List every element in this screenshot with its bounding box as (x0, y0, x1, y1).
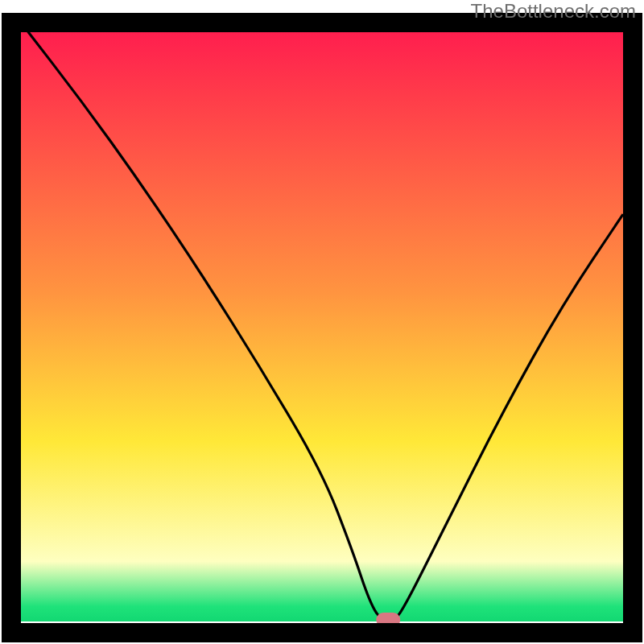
plot-background (21, 23, 623, 621)
attribution-text: TheBottleneck.com (471, 0, 636, 23)
bottleneck-chart (0, 0, 644, 644)
chart-container: TheBottleneck.com (0, 0, 644, 644)
